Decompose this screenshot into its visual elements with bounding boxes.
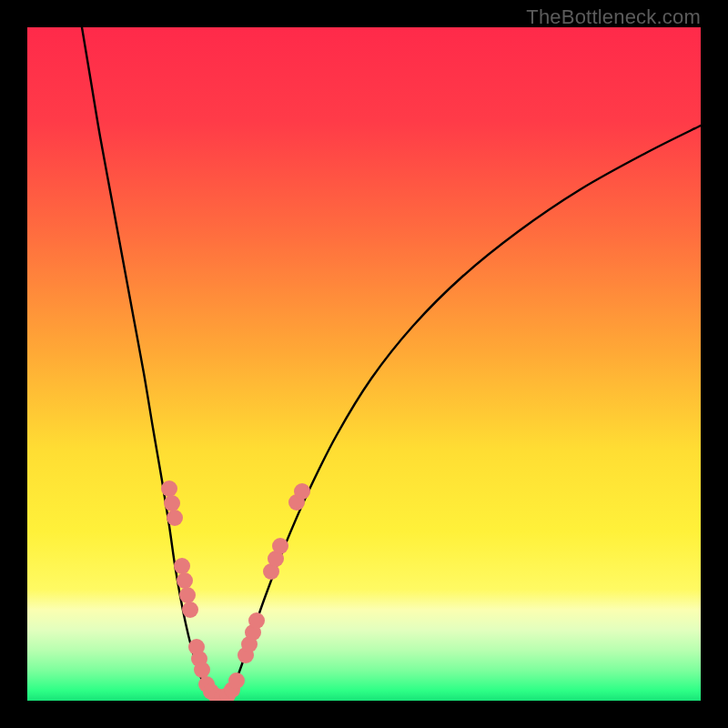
highlight-marker — [194, 662, 210, 678]
highlight-marker — [164, 495, 180, 511]
chart-curves — [27, 27, 701, 701]
plot-area — [27, 27, 701, 701]
chart-frame: TheBottleneck.com — [0, 0, 728, 728]
right-branch-curve — [231, 126, 701, 692]
highlight-marker — [248, 612, 265, 629]
highlight-marker — [174, 558, 190, 574]
highlight-marker — [294, 483, 310, 500]
highlight-marker — [161, 480, 177, 497]
watermark-text: TheBottleneck.com — [526, 5, 701, 29]
highlight-marker — [177, 572, 193, 589]
highlight-markers — [161, 480, 310, 701]
highlight-marker — [272, 538, 288, 554]
highlight-marker — [179, 587, 196, 603]
highlight-marker — [228, 672, 245, 689]
highlight-marker — [182, 602, 198, 618]
highlight-marker — [167, 510, 183, 526]
